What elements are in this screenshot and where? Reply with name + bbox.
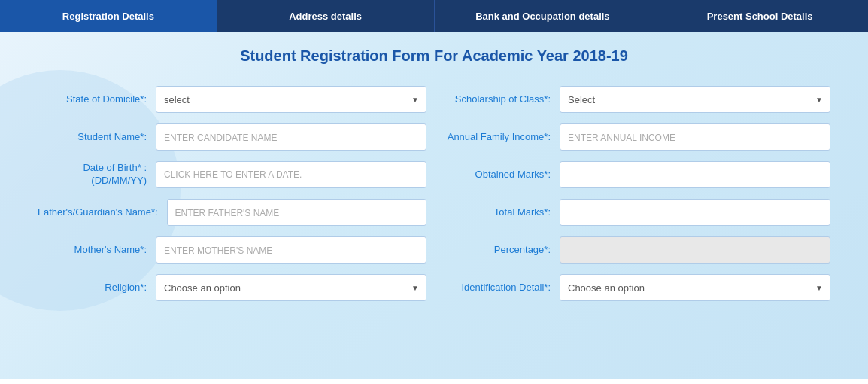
scholarship-label: Scholarship of Class*: bbox=[442, 93, 551, 106]
religion-select-wrapper: Choose an option bbox=[156, 274, 426, 301]
father-name-label: Father's/Guardian's Name*: bbox=[38, 206, 158, 219]
religion-row: Religion*: Choose an option bbox=[30, 274, 434, 301]
state-domicile-select[interactable]: select bbox=[156, 86, 426, 113]
mother-name-row: Mother's Name*: bbox=[30, 236, 434, 264]
percentage-input bbox=[560, 236, 830, 264]
religion-select[interactable]: Choose an option bbox=[156, 274, 426, 301]
tab-address[interactable]: Address details bbox=[217, 0, 435, 32]
obtained-marks-input[interactable] bbox=[560, 161, 830, 188]
identification-row: Identification Detail*: Choose an option bbox=[434, 274, 838, 301]
tab-registration[interactable]: Registration Details bbox=[0, 0, 217, 32]
mother-name-label: Mother's Name*: bbox=[38, 244, 147, 257]
father-name-input[interactable] bbox=[167, 199, 426, 226]
identification-select-wrapper: Choose an option bbox=[560, 274, 830, 301]
annual-income-label: Annual Family Income*: bbox=[442, 131, 551, 144]
mother-name-input[interactable] bbox=[156, 236, 426, 264]
percentage-label: Percentage*: bbox=[442, 244, 551, 257]
total-marks-label: Total Marks*: bbox=[442, 206, 551, 219]
annual-income-input[interactable] bbox=[560, 123, 830, 151]
form-grid: State of Domicile*: select Student Name*… bbox=[30, 86, 838, 312]
scholarship-select-wrapper: Select bbox=[560, 86, 830, 113]
dob-input[interactable] bbox=[156, 161, 426, 188]
right-column: Scholarship of Class*: Select Annual Fam… bbox=[434, 86, 838, 312]
identification-label: Identification Detail*: bbox=[442, 282, 551, 294]
identification-select[interactable]: Choose an option bbox=[560, 274, 830, 301]
obtained-marks-label: Obtained Marks*: bbox=[442, 169, 551, 181]
father-name-row: Father's/Guardian's Name*: bbox=[30, 199, 434, 226]
student-name-row: Student Name*: bbox=[30, 123, 434, 151]
scholarship-row: Scholarship of Class*: Select bbox=[434, 86, 838, 113]
state-domicile-row: State of Domicile*: select bbox=[30, 86, 434, 113]
total-marks-input[interactable] bbox=[560, 199, 830, 226]
tab-school[interactable]: Present School Details bbox=[651, 0, 868, 32]
student-name-input[interactable] bbox=[156, 123, 426, 151]
scholarship-select[interactable]: Select bbox=[560, 86, 830, 113]
percentage-row: Percentage*: bbox=[434, 236, 838, 264]
state-domicile-label: State of Domicile*: bbox=[38, 93, 147, 106]
dob-label: Date of Birth* : (DD/MM/YY) bbox=[38, 162, 147, 187]
form-title: Student Registration Form For Academic Y… bbox=[30, 47, 838, 65]
nav-tabs: Registration Details Address details Ban… bbox=[0, 0, 868, 32]
student-name-label: Student Name*: bbox=[38, 131, 147, 144]
dob-row: Date of Birth* : (DD/MM/YY) bbox=[30, 161, 434, 188]
main-content: Student Registration Form For Academic Y… bbox=[0, 32, 868, 379]
obtained-marks-row: Obtained Marks*: bbox=[434, 161, 838, 188]
tab-bank[interactable]: Bank and Occupation details bbox=[435, 0, 652, 32]
religion-label: Religion*: bbox=[38, 282, 147, 294]
state-domicile-select-wrapper: select bbox=[156, 86, 426, 113]
total-marks-row: Total Marks*: bbox=[434, 199, 838, 226]
annual-income-row: Annual Family Income*: bbox=[434, 123, 838, 151]
left-column: State of Domicile*: select Student Name*… bbox=[30, 86, 434, 312]
